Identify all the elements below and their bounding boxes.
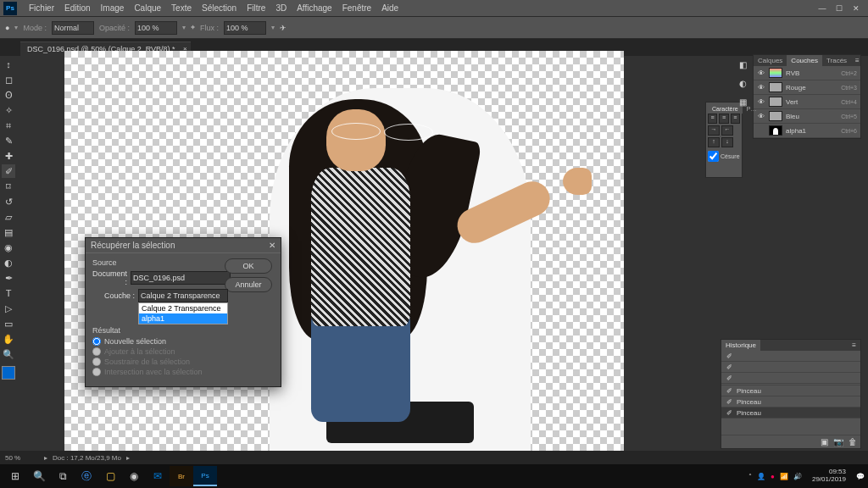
visibility-icon[interactable]: 👁 [757,69,765,77]
tab-layers[interactable]: Calques [754,55,787,66]
menu-affichage[interactable]: Affichage [292,2,337,14]
tab-history[interactable]: Historique [721,340,760,351]
tab-paths[interactable]: Tracés [822,55,851,66]
history-item-current[interactable]: ✐Pinceau [721,408,860,419]
gradient-tool[interactable]: ▤ [2,225,15,239]
snapshot-icon[interactable]: 📷 [833,437,843,446]
lasso-tool[interactable]: ʘ [2,88,15,102]
channel-row-vert[interactable]: 👁 Vert Ctrl+4 [754,95,860,109]
path-tool[interactable]: ▷ [2,302,15,315]
opacity-input[interactable] [135,21,177,35]
blur-tool[interactable]: ◉ [2,241,15,254]
eraser-tool[interactable]: ▱ [2,210,15,224]
dropdown-option-transparency[interactable]: Calque 2 Transparence [139,303,227,313]
brush-preset-icon[interactable]: ● [5,24,9,32]
cancel-button[interactable]: Annuler [225,277,272,292]
notifications-icon[interactable]: 💬 [856,473,865,480]
align-right-icon[interactable]: ≡ [731,114,740,124]
edge-icon[interactable]: ⓔ [75,466,98,486]
menu-filtre[interactable]: Filtre [242,2,270,14]
stamp-tool[interactable]: ⌑ [2,180,15,193]
menu-edition[interactable]: Edition [59,2,96,14]
document-select[interactable] [131,271,231,285]
minimize-button[interactable]: — [814,3,831,14]
history-item[interactable]: ✐Pinceau [721,385,860,396]
flux-input[interactable] [224,21,266,35]
indent-left-icon[interactable]: → [708,125,720,136]
start-button[interactable]: ⊞ [3,466,27,486]
panel-menu-icon[interactable]: ≡ [851,55,864,66]
move-tool[interactable]: ↕ [2,58,15,71]
menu-calque[interactable]: Calque [129,2,166,14]
tray-people-icon[interactable]: 👤 [757,473,765,480]
adjustments-dock-icon[interactable]: ◐ [736,76,749,90]
channel-row-alpha1[interactable]: alpha1 Ctrl+6 [754,124,860,138]
delete-icon[interactable]: 🗑 [849,437,857,446]
eyedropper-tool[interactable]: ✎ [2,134,15,147]
align-center-icon[interactable]: ≡ [719,114,728,124]
space-before-icon[interactable]: ↑ [708,137,720,147]
radio-new-selection[interactable] [92,337,101,346]
indent-right-icon[interactable]: ← [721,125,733,136]
menu-texte[interactable]: Texte [166,2,197,14]
brush-tool[interactable]: ✐ [2,164,15,178]
brush-preset-arrow-icon[interactable]: ▾ [14,24,18,31]
menu-selection[interactable]: Sélection [197,2,242,14]
channel-row-rouge[interactable]: 👁 Rouge Ctrl+3 [754,80,860,95]
ok-button[interactable]: OK [225,258,272,274]
dropdown-option-alpha1[interactable]: alpha1 [139,313,227,324]
crop-tool[interactable]: ⌗ [2,119,15,132]
shape-tool[interactable]: ▭ [2,317,15,330]
clock[interactable]: 09:53 29/01/2019 [807,469,851,484]
explorer-icon[interactable]: ▢ [98,466,122,486]
chrome-icon[interactable]: ◉ [122,466,146,486]
outlook-icon[interactable]: ✉ [146,466,170,486]
history-item[interactable]: ✐ [721,351,860,362]
mode-select[interactable] [52,21,94,35]
close-button[interactable]: ✕ [848,3,865,14]
photoshop-taskbar-icon[interactable]: Ps [193,466,217,486]
pen-tool[interactable]: ✒ [2,271,15,285]
zoom-value[interactable]: 50 % [5,454,39,462]
airbrush-icon[interactable]: ✈ [280,24,287,32]
doc-info[interactable]: Doc : 17,2 Mo/23,9 Mo [53,454,121,462]
space-after-icon[interactable]: ↓ [721,137,733,147]
task-view-icon[interactable]: ⧉ [51,466,75,486]
history-brush-tool[interactable]: ↺ [2,195,15,208]
visibility-icon[interactable]: 👁 [757,84,765,92]
foreground-color[interactable] [2,366,15,380]
hyphenation-checkbox[interactable] [708,151,719,162]
history-menu-icon[interactable]: ≡ [848,340,860,351]
menu-fichier[interactable]: Fichier [24,2,59,14]
tray-volume-icon[interactable]: 🔊 [793,473,802,480]
tray-lang-icon[interactable]: ● [771,473,775,480]
zoom-tool[interactable]: 🔍 [2,347,15,361]
tray-chevron-icon[interactable]: ˄ [748,473,752,480]
menu-3d[interactable]: 3D [270,2,292,14]
menu-image[interactable]: Image [96,2,130,14]
styles-dock-icon[interactable]: ▦ [736,95,749,108]
create-document-icon[interactable]: ▣ [821,437,828,446]
menu-fenetre[interactable]: Fenêtre [337,2,376,14]
color-dock-icon[interactable]: ◧ [736,58,749,71]
marquee-tool[interactable]: ◻ [2,73,15,86]
bridge-icon[interactable]: Br [170,466,193,486]
dialog-close-icon[interactable]: ✕ [269,241,275,250]
channel-select[interactable] [138,289,228,302]
history-item[interactable]: ✐Pinceau [721,396,860,408]
flux-arrow-icon[interactable]: ▾ [271,24,275,31]
hand-tool[interactable]: ✋ [2,332,15,346]
heal-tool[interactable]: ✚ [2,149,15,163]
menu-aide[interactable]: Aide [376,2,403,14]
tray-network-icon[interactable]: 📶 [780,473,788,480]
dodge-tool[interactable]: ◐ [2,256,15,269]
history-item[interactable]: ✐ [721,362,860,373]
maximize-button[interactable]: ☐ [831,3,848,14]
channel-row-bleu[interactable]: 👁 Bleu Ctrl+5 [754,109,860,124]
pressure-opacity-icon[interactable]: ⌖ [191,23,195,32]
tab-channels[interactable]: Couches [787,55,822,66]
channel-row-rvb[interactable]: 👁 RVB Ctrl+2 [754,66,860,80]
dialog-titlebar[interactable]: Récupérer la sélection ✕ [86,238,281,253]
wand-tool[interactable]: ✧ [2,103,15,117]
type-tool[interactable]: T [2,286,15,300]
